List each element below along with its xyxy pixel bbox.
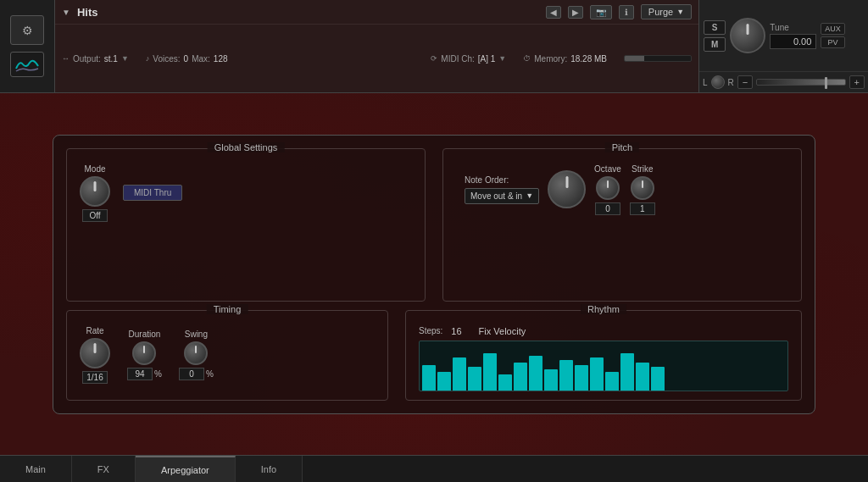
- tab-fx[interactable]: FX: [72, 456, 136, 482]
- midi-dropdown-icon[interactable]: ▼: [498, 54, 506, 63]
- rhythm-bar-7[interactable]: [529, 356, 542, 391]
- plus-button[interactable]: +: [849, 75, 865, 89]
- rhythm-bar-8[interactable]: [544, 369, 558, 391]
- nav-left-button[interactable]: ◀: [546, 6, 561, 19]
- midi-thru-button[interactable]: MIDI Thru: [123, 185, 182, 201]
- rhythm-bar-9[interactable]: [559, 360, 573, 391]
- swing-unit: %: [206, 369, 214, 379]
- rhythm-bar-12[interactable]: [605, 372, 619, 391]
- memory-icon: ⏱: [523, 54, 531, 63]
- pitch-label: Pitch: [605, 142, 639, 152]
- l-label: L: [703, 78, 708, 87]
- m-button[interactable]: M: [704, 37, 726, 52]
- s-button[interactable]: S: [704, 20, 726, 35]
- pv-button[interactable]: PV: [821, 36, 845, 48]
- note-order-dropdown[interactable]: Move out & in ▼: [465, 188, 539, 204]
- note-order-group: Note Order: Move out & in ▼: [465, 175, 539, 204]
- rhythm-bar-14[interactable]: [636, 363, 649, 391]
- tool-icon[interactable]: ⚙: [10, 15, 44, 45]
- fix-velocity-label[interactable]: Fix Velocity: [479, 326, 526, 336]
- memory-progress-fill: [625, 56, 644, 61]
- rhythm-bar-1[interactable]: [437, 372, 451, 391]
- rate-knob[interactable]: [80, 338, 110, 368]
- tune-panel: S M Tune 0.00 AUX PV: [699, 0, 868, 72]
- rhythm-bar-6[interactable]: [514, 363, 527, 391]
- info-button[interactable]: ℹ: [619, 5, 634, 19]
- tab-arpeggiator[interactable]: Arpeggiator: [136, 456, 236, 482]
- instrument-title-row: ▼ Hits ◀ ▶ 📷 ℹ Purge ▼: [55, 0, 698, 25]
- midi-icon: ⟳: [431, 54, 437, 63]
- timing-section: Timing Rate 1/16 Duration 94 %: [66, 310, 388, 401]
- octave-label: Octave: [594, 164, 621, 174]
- voices-icon: ♪: [146, 54, 150, 63]
- swing-label: Swing: [185, 330, 208, 339]
- note-order-knob[interactable]: [548, 170, 586, 208]
- steps-value: 16: [451, 326, 461, 336]
- timing-content: Rate 1/16 Duration 94 % Swing: [80, 326, 375, 384]
- rate-value: 1/16: [82, 371, 108, 384]
- instrument-header: ▼ Hits ◀ ▶ 📷 ℹ Purge ▼ ↔ Output: st.1 ▼: [55, 0, 698, 92]
- mode-value: Off: [82, 209, 108, 222]
- tune-value-display: 0.00: [770, 34, 816, 49]
- steps-label: Steps:: [419, 326, 442, 335]
- rhythm-bar-13[interactable]: [620, 353, 634, 391]
- main-content: Global Settings Mode Off MIDI Thru Pitch…: [0, 93, 868, 455]
- rate-label: Rate: [86, 326, 103, 335]
- note-order-label: Note Order:: [465, 175, 539, 185]
- volume-slider[interactable]: [756, 79, 845, 86]
- r-label: R: [728, 78, 734, 87]
- rhythm-top: Steps: 16 Fix Velocity: [419, 326, 788, 336]
- strike-label: Strike: [632, 164, 654, 174]
- duration-unit: %: [154, 369, 162, 379]
- duration-label: Duration: [129, 330, 161, 339]
- top-bar: ⚙ ▼ Hits ◀ ▶ 📷 ℹ Purge ▼: [0, 0, 868, 93]
- rhythm-bar-3[interactable]: [468, 367, 481, 391]
- rhythm-bar-11[interactable]: [590, 357, 604, 391]
- logo-wave: [10, 52, 44, 77]
- rhythm-bar-5[interactable]: [498, 374, 512, 391]
- rhythm-bar-chart[interactable]: [419, 341, 788, 391]
- card-top: Global Settings Mode Off MIDI Thru Pitch…: [66, 148, 802, 302]
- rhythm-label: Rhythm: [581, 304, 626, 314]
- pan-knob[interactable]: [711, 75, 725, 89]
- mode-knob[interactable]: [80, 176, 110, 207]
- tab-main[interactable]: Main: [0, 456, 72, 482]
- camera-button[interactable]: 📷: [590, 5, 612, 19]
- purge-button[interactable]: Purge ▼: [641, 4, 692, 19]
- bottom-nav: Main FX Arpeggiator Info: [0, 455, 868, 482]
- global-settings-content: Mode Off MIDI Thru: [80, 164, 412, 222]
- strike-knob[interactable]: [631, 176, 654, 200]
- voices-group: ♪ Voices: 0 Max: 128: [146, 54, 228, 64]
- rhythm-bar-10[interactable]: [575, 365, 588, 391]
- global-settings-section: Global Settings Mode Off MIDI Thru: [66, 148, 426, 302]
- timing-label: Timing: [207, 304, 248, 314]
- tab-info[interactable]: Info: [236, 456, 303, 482]
- rhythm-bar-4[interactable]: [483, 353, 497, 391]
- tune-knob[interactable]: [730, 18, 765, 53]
- swing-knob[interactable]: [184, 341, 208, 365]
- strike-knob-group: Strike 1: [630, 164, 655, 215]
- rhythm-bar-0[interactable]: [422, 365, 436, 391]
- volume-panel: L R − +: [699, 72, 868, 92]
- swing-value: 0: [179, 368, 204, 380]
- rhythm-bar-2[interactable]: [453, 357, 466, 391]
- header-right-panel: S M Tune 0.00 AUX PV L R − +: [698, 0, 868, 92]
- aux-button[interactable]: AUX: [821, 23, 845, 35]
- pitch-content: Note Order: Move out & in ▼ Octave 0: [456, 164, 788, 215]
- output-group: ↔ Output: st.1 ▼: [62, 54, 129, 64]
- output-dropdown-icon[interactable]: ▼: [121, 54, 129, 63]
- swing-knob-group: Swing 0 %: [179, 330, 214, 380]
- nav-right-button[interactable]: ▶: [568, 6, 583, 19]
- tune-display: Tune 0.00: [770, 23, 816, 49]
- minus-button[interactable]: −: [737, 75, 753, 89]
- aux-pv-group: AUX PV: [821, 23, 845, 48]
- octave-knob-group: Octave 0: [594, 164, 621, 215]
- instrument-fields-row: ↔ Output: st.1 ▼ ♪ Voices: 0 Max: 128 ⟳ …: [55, 25, 698, 92]
- mode-knob-group: Mode Off: [80, 164, 110, 222]
- memory-progress-bar: [624, 55, 692, 62]
- arrow-down-icon: ▼: [62, 8, 70, 17]
- rhythm-bar-15[interactable]: [651, 367, 665, 391]
- octave-knob[interactable]: [596, 176, 620, 200]
- pitch-section: Pitch Note Order: Move out & in ▼ Octave: [442, 148, 802, 302]
- duration-knob[interactable]: [132, 341, 156, 365]
